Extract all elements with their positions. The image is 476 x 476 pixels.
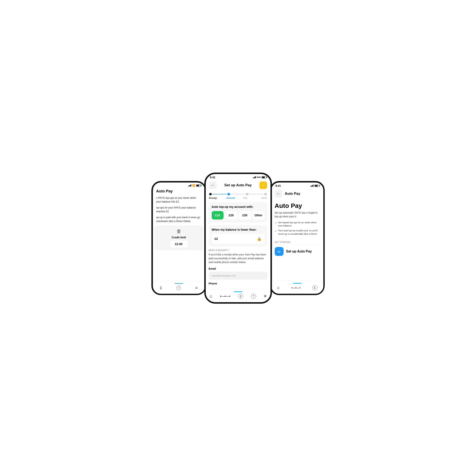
app-title: Set up Auto Pay xyxy=(224,183,252,187)
phone-right: 9:41 ← Auto Pay xyxy=(270,181,325,295)
email-input[interactable]: sam@example.com xyxy=(209,272,268,280)
step-line-1 xyxy=(212,194,228,194)
battery-icon xyxy=(196,184,201,187)
check-icon-1: ✓ xyxy=(275,221,277,225)
step-label-energy: Energy xyxy=(209,197,224,199)
step-dot-energy xyxy=(209,193,212,195)
status-bar-center: 9:41 ▾▾▾ xyxy=(206,174,271,180)
route-icon: •—•—• xyxy=(220,294,230,298)
receipt-desc: If you'd like a receipt when your Auto P… xyxy=(209,253,268,264)
home-icon: ⌂ xyxy=(210,294,212,299)
amount-btn-30[interactable]: £30 xyxy=(239,211,251,220)
scene: 📶 Auto Pay c PAYG top-ups so you never w… xyxy=(122,172,354,304)
balance-value: £2 xyxy=(215,237,218,240)
nav-route[interactable]: •—•—• xyxy=(220,294,230,298)
receipt-label: NEED A RECEIPT? xyxy=(209,249,268,252)
balance-card: When my balance is lower than: £2 🔒 xyxy=(209,225,268,247)
home-icon-right: ⌂ xyxy=(277,285,280,290)
step-dot-pay xyxy=(246,193,248,195)
signal-icon xyxy=(188,184,191,187)
status-bar-left: 📶 xyxy=(153,183,205,188)
phone-label: Phone xyxy=(209,282,268,285)
wifi-icon-center: ▾▾▾ xyxy=(257,176,261,179)
status-bar-right: 9:41 xyxy=(271,183,323,188)
setup-btn-label: Set up Auto Pay xyxy=(286,250,312,253)
menu-icon-center: ≡ xyxy=(264,294,266,299)
bottom-nav-left: £ ? ≡ xyxy=(153,281,205,294)
step-label-done: Done xyxy=(253,197,267,199)
setup-btn-row[interactable]: ∞ Set up Auto Pay xyxy=(271,247,323,256)
amount-btn-10[interactable]: £10 xyxy=(212,211,224,220)
wifi-icon: 📶 xyxy=(192,184,195,187)
amount-options: £10 £20 £30 Other xyxy=(212,211,265,220)
credit-label: Credit limit xyxy=(172,236,186,239)
amount-card: Auto top-up my account with: £10 £20 £30… xyxy=(209,202,268,222)
receipt-section: NEED A RECEIPT? If you'd like a receipt … xyxy=(206,249,271,289)
signal-icon-center xyxy=(253,176,256,178)
phone-left: 📶 Auto Pay c PAYG top-ups so you never w… xyxy=(152,181,206,295)
help-icon-center: ? xyxy=(251,294,256,299)
battery-icon-center xyxy=(262,176,266,178)
pound-icon: £ xyxy=(160,286,162,290)
menu-icon: ≡ xyxy=(195,286,198,290)
step-label-amount: Amount xyxy=(223,197,238,199)
nav-item-help[interactable]: ? xyxy=(176,286,181,290)
balance-input-row: £2 🔒 xyxy=(212,234,265,244)
autopay-hero-title: Auto Pay xyxy=(275,202,320,209)
autopay-hero-desc: Set up automatic PAYG top-u forget to to… xyxy=(275,211,320,219)
steps-container: Energy Amount Pay Done xyxy=(206,191,271,202)
nav-route-right[interactable]: •—•—• xyxy=(291,286,301,289)
help-icon: ? xyxy=(176,286,181,290)
nav-home-right[interactable]: ⌂ xyxy=(277,285,280,290)
bolt-icon: ⚡ xyxy=(261,183,266,187)
nav-item-pound[interactable]: £ xyxy=(160,286,162,290)
phone-center: 9:41 ▾▾▾ ← Set up Auto Pa xyxy=(204,172,272,304)
right-title-header: Auto Pay xyxy=(285,192,301,196)
pound-icon-right: £ xyxy=(312,285,317,290)
step-dot-done xyxy=(264,193,267,195)
check-text-1: Set repeat top-ups for yo meter when you… xyxy=(278,221,320,228)
nav-pound-center[interactable]: £ xyxy=(238,294,243,299)
status-time-right: 9:41 xyxy=(275,184,281,187)
amount-btn-other[interactable]: Other xyxy=(253,211,265,220)
check-icon-2: ✓ xyxy=(275,229,277,233)
step-label-pay: Pay xyxy=(238,197,253,199)
nav-menu-center[interactable]: ≡ xyxy=(264,294,266,299)
back-button[interactable]: ← xyxy=(209,181,217,189)
check-text-2: Your auto top-up is paid card, so you'll… xyxy=(278,229,320,236)
bolt-button[interactable]: ⚡ xyxy=(259,181,267,189)
amount-card-title: Auto top-up my account with: xyxy=(212,205,265,208)
bottom-nav-right: ⌂ •—•—• £ xyxy=(271,281,323,294)
step-line-2 xyxy=(230,194,246,194)
step-line-3 xyxy=(248,194,264,194)
left-title: Auto Pay xyxy=(156,189,202,193)
step-dot-amount xyxy=(228,193,230,195)
left-desc1: c PAYG top-ups so you never when your ba… xyxy=(156,196,202,204)
nav-help-center[interactable]: ? xyxy=(251,294,256,299)
check-list: ✓ Set repeat top-ups for yo meter when y… xyxy=(275,221,320,236)
pound-icon-center: £ xyxy=(238,294,243,299)
balance-card-title: When my balance is lower than: xyxy=(212,228,265,231)
email-label: Email xyxy=(209,267,268,270)
nav-item-menu[interactable]: ≡ xyxy=(195,286,198,290)
get-started-label: GET STARTED xyxy=(271,241,323,243)
nav-pound-right[interactable]: £ xyxy=(312,285,317,290)
divider xyxy=(271,245,323,245)
credit-value: £2.00 xyxy=(170,241,187,247)
battery-icon-right xyxy=(314,185,319,187)
bottom-nav-center: ⌂ •—•—• £ ? ≡ xyxy=(206,289,271,302)
lock-icon: 🔒 xyxy=(257,237,262,241)
signal-icon-right xyxy=(310,185,314,187)
app-header: ← Set up Auto Pay ⚡ xyxy=(206,180,271,191)
route-icon-right: •—•—• xyxy=(291,286,301,289)
left-desc2: op-ups for your PAYG your balance reache… xyxy=(156,206,202,213)
left-credit-card: 🗑 Credit limit £2.00 xyxy=(154,226,203,250)
nav-home[interactable]: ⌂ xyxy=(210,294,212,299)
status-time-center: 9:41 xyxy=(210,176,216,179)
left-header: Auto Pay xyxy=(153,188,205,196)
left-desc3: op-up is paid with your bank ll never go… xyxy=(156,216,202,223)
check-item-1: ✓ Set repeat top-ups for yo meter when y… xyxy=(275,221,320,228)
amount-btn-20[interactable]: £20 xyxy=(225,211,237,220)
right-header: ← Auto Pay xyxy=(271,188,323,200)
back-button-right[interactable]: ← xyxy=(275,190,282,198)
